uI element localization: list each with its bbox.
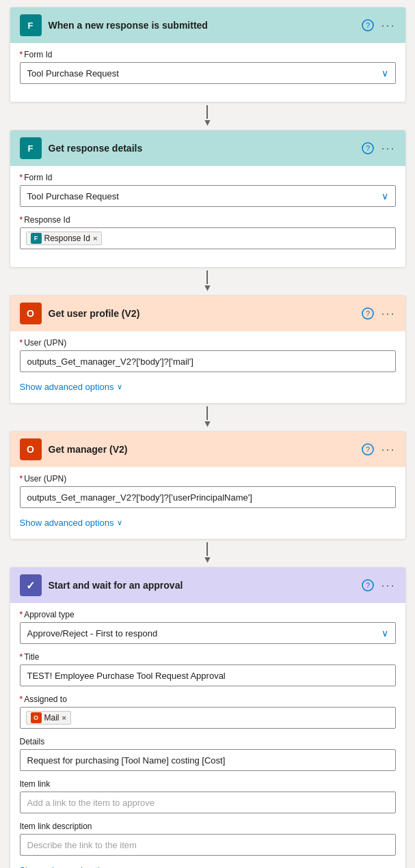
svg-text:?: ? — [366, 21, 370, 29]
required-star-assigned-to: * — [20, 695, 23, 704]
field-group-form-id-1: *Form IdTool Purchase Request∨ — [20, 50, 396, 84]
field-input-details[interactable]: Request for purchasing [Tool Name] costi… — [20, 749, 396, 771]
card-header-get-response: FGet response details?··· — [10, 130, 405, 166]
field-label-response-id: *Response Id — [20, 215, 396, 225]
field-label-form-id-2: *Form Id — [20, 173, 396, 182]
connector-arrow: ▼ — [203, 419, 213, 428]
field-input-item-link[interactable]: Add a link to the item to approve — [20, 792, 396, 813]
token-mail: OMail× — [26, 711, 71, 725]
card-title-get-response: Get response details — [49, 143, 356, 154]
card-body-approval: *Approval typeApprove/Reject - First to … — [10, 603, 405, 868]
card-actions-get-user-profile: ?··· — [362, 307, 395, 321]
required-star-approval-type: * — [20, 610, 23, 619]
card-actions-get-manager: ?··· — [362, 443, 395, 457]
token-field-response-id[interactable]: FResponse Id× — [20, 227, 396, 249]
connector: ▼ — [203, 404, 213, 431]
required-star-title: * — [20, 652, 23, 662]
show-advanced-label: Show advanced options — [20, 518, 114, 528]
field-group-user-upn-1: *User (UPN)outputs_Get_manager_V2?['body… — [20, 338, 396, 372]
help-icon-get-manager[interactable]: ? — [362, 443, 374, 456]
card-body-trigger: *Form IdTool Purchase Request∨ — [10, 43, 405, 102]
connector-arrow: ▼ — [203, 555, 213, 564]
svg-text:?: ? — [366, 309, 370, 318]
required-star-form-id-1: * — [20, 50, 23, 59]
svg-text:?: ? — [366, 445, 370, 453]
field-group-details: DetailsRequest for purchasing [Tool Name… — [20, 737, 396, 771]
show-advanced-chevron: ∨ — [117, 382, 122, 391]
select-value-approval-type: Approve/Reject - First to respond — [27, 628, 158, 639]
help-icon-get-response[interactable]: ? — [362, 142, 374, 154]
field-label-item-link: Item link — [20, 779, 396, 789]
select-value-form-id-2: Tool Purchase Request — [27, 191, 119, 201]
select-value-form-id-1: Tool Purchase Request — [27, 68, 119, 79]
help-icon-get-user-profile[interactable]: ? — [362, 307, 374, 320]
card-header-get-manager: OGet manager (V2)?··· — [10, 432, 405, 467]
card-get-user-profile: OGet user profile (V2)?···*User (UPN)out… — [10, 295, 406, 404]
more-icon-approval[interactable]: ··· — [381, 578, 395, 593]
show-advanced-chevron: ∨ — [117, 518, 122, 527]
card-title-approval: Start and wait for an approval — [49, 580, 356, 591]
token-close-button[interactable]: × — [62, 714, 66, 722]
field-input-item-link-desc[interactable]: Describe the link to the item — [20, 834, 396, 856]
card-actions-trigger: ?··· — [362, 18, 395, 33]
card-body-get-user-profile: *User (UPN)outputs_Get_manager_V2?['body… — [10, 331, 405, 403]
field-group-form-id-2: *Form IdTool Purchase Request∨ — [20, 173, 396, 207]
card-approval: ✓Start and wait for an approval?···*Appr… — [10, 567, 406, 868]
chevron-icon-approval-type: ∨ — [381, 628, 388, 639]
field-select-form-id-2[interactable]: Tool Purchase Request∨ — [20, 185, 396, 207]
field-input-title[interactable]: TEST! Employee Purchase Tool Request App… — [20, 664, 396, 686]
field-group-response-id: *Response IdFResponse Id× — [20, 215, 396, 249]
required-star-user-upn-1: * — [20, 338, 23, 348]
field-select-approval-type[interactable]: Approve/Reject - First to respond∨ — [20, 622, 396, 644]
field-label-title: *Title — [20, 652, 396, 662]
chevron-icon-form-id-2: ∨ — [381, 191, 388, 201]
show-advanced-label: Show advanced options — [20, 382, 114, 392]
help-icon-trigger[interactable]: ? — [362, 19, 374, 31]
token-close-button[interactable]: × — [93, 234, 97, 242]
connector: ▼ — [203, 268, 213, 295]
card-icon-get-user-profile: O — [20, 303, 42, 324]
card-get-manager: OGet manager (V2)?···*User (UPN)outputs_… — [10, 431, 406, 540]
show-advanced-label: Show advanced options — [20, 865, 114, 868]
token-field-assigned-to[interactable]: OMail× — [20, 707, 396, 729]
required-star-response-id: * — [20, 215, 23, 225]
field-label-form-id-1: *Form Id — [20, 50, 396, 59]
field-group-title: *TitleTEST! Employee Purchase Tool Reque… — [20, 652, 396, 686]
card-icon-get-response: F — [20, 137, 42, 159]
field-label-item-link-desc: Item link description — [20, 822, 396, 831]
field-input-user-upn-2[interactable]: outputs_Get_manager_V2?['body']?['userPr… — [20, 486, 396, 508]
connector: ▼ — [203, 540, 213, 567]
show-advanced-approval[interactable]: Show advanced options∨ — [20, 864, 396, 868]
field-select-form-id-1[interactable]: Tool Purchase Request∨ — [20, 62, 396, 84]
field-input-user-upn-1[interactable]: outputs_Get_manager_V2?['body']?['mail'] — [20, 350, 396, 372]
connector-arrow: ▼ — [203, 283, 213, 292]
card-header-trigger: FWhen a new response is submitted?··· — [10, 8, 405, 43]
card-header-approval: ✓Start and wait for an approval?··· — [10, 568, 405, 603]
more-icon-trigger[interactable]: ··· — [381, 18, 395, 33]
card-trigger: FWhen a new response is submitted?···*Fo… — [10, 7, 406, 102]
more-icon-get-manager[interactable]: ··· — [381, 443, 395, 457]
field-group-assigned-to: *Assigned toOMail× — [20, 695, 396, 729]
card-body-get-manager: *User (UPN)outputs_Get_manager_V2?['body… — [10, 467, 405, 539]
field-label-user-upn-1: *User (UPN) — [20, 338, 396, 348]
chevron-icon-form-id-1: ∨ — [381, 68, 388, 79]
show-advanced-get-manager[interactable]: Show advanced options∨ — [20, 516, 396, 529]
more-icon-get-user-profile[interactable]: ··· — [381, 307, 395, 321]
field-label-user-upn-2: *User (UPN) — [20, 474, 396, 484]
token-icon-office: O — [31, 712, 42, 723]
field-group-approval-type: *Approval typeApprove/Reject - First to … — [20, 610, 396, 644]
connector: ▼ — [203, 102, 213, 130]
card-actions-get-response: ?··· — [362, 141, 395, 156]
token-text: Mail — [44, 713, 59, 723]
token-text: Response Id — [44, 234, 90, 243]
field-label-approval-type: *Approval type — [20, 610, 396, 619]
token-icon-forms: F — [31, 233, 42, 244]
more-icon-get-response[interactable]: ··· — [381, 141, 395, 156]
token-response-id: FResponse Id× — [26, 232, 103, 245]
field-group-user-upn-2: *User (UPN)outputs_Get_manager_V2?['body… — [20, 474, 396, 508]
svg-text:?: ? — [366, 144, 370, 152]
help-icon-approval[interactable]: ? — [362, 579, 374, 591]
card-get-response: FGet response details?···*Form IdTool Pu… — [10, 130, 406, 268]
show-advanced-get-user-profile[interactable]: Show advanced options∨ — [20, 380, 396, 393]
field-group-item-link: Item linkAdd a link to the item to appro… — [20, 779, 396, 813]
